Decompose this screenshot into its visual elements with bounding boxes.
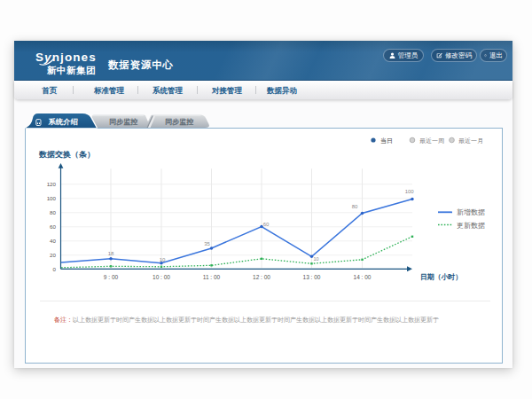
svg-text:新增数据: 新增数据 — [457, 208, 485, 216]
svg-text:18: 18 — [108, 252, 114, 257]
svg-text:60: 60 — [263, 222, 270, 227]
svg-text:10: 10 — [313, 256, 318, 262]
svg-text:120: 120 — [47, 181, 57, 187]
svg-text:同步监控: 同步监控 — [109, 118, 137, 126]
svg-text:9 : 00: 9 : 00 — [104, 274, 119, 280]
svg-text:100: 100 — [405, 189, 415, 194]
svg-text:40: 40 — [50, 238, 56, 244]
svg-text:35: 35 — [204, 241, 210, 246]
svg-text:11 : 00: 11 : 00 — [203, 274, 221, 280]
svg-text:12 : 00: 12 : 00 — [253, 274, 270, 280]
svg-text:13 : 00: 13 : 00 — [303, 274, 321, 280]
svg-text:当日: 当日 — [380, 137, 393, 145]
svg-text:80: 80 — [50, 209, 56, 215]
svg-text:10: 10 — [160, 257, 166, 262]
svg-text:日期（小时）: 日期（小时） — [420, 273, 462, 281]
svg-text:数据交换（条）: 数据交换（条） — [38, 150, 95, 159]
svg-text:100: 100 — [47, 195, 57, 201]
svg-text:80: 80 — [352, 205, 358, 210]
svg-text:10 : 00: 10 : 00 — [153, 274, 170, 280]
svg-text:14 : 00: 14 : 00 — [354, 274, 372, 280]
svg-text:最近一月: 最近一月 — [458, 137, 483, 145]
svg-text:0: 0 — [53, 266, 57, 272]
svg-text:系统介绍: 系统介绍 — [47, 117, 77, 126]
svg-text:20: 20 — [50, 252, 56, 258]
svg-text:同步监控: 同步监控 — [165, 118, 193, 126]
svg-text:最近一周: 最近一周 — [419, 137, 444, 144]
svg-text:60: 60 — [50, 223, 56, 230]
svg-text:更新数据: 更新数据 — [457, 222, 485, 230]
